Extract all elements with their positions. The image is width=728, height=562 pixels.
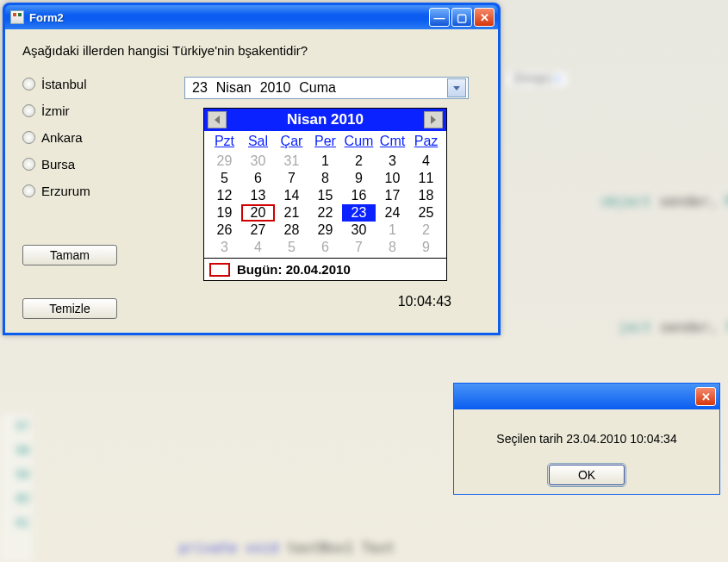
calendar-day[interactable]: 12 bbox=[208, 187, 241, 204]
date-combobox[interactable]: 23 Nisan 2010 Cuma bbox=[184, 77, 469, 99]
calendar-day[interactable]: 6 bbox=[241, 170, 275, 187]
close-button[interactable]: ✕ bbox=[474, 8, 495, 27]
calendar-day[interactable]: 3 bbox=[208, 239, 241, 256]
calendar-day[interactable]: 1 bbox=[308, 153, 342, 170]
calendar-day[interactable]: 8 bbox=[308, 170, 342, 187]
calendar-day[interactable]: 7 bbox=[275, 170, 308, 187]
radio-izmir[interactable]: İzmir bbox=[22, 103, 160, 118]
calendar-dow-header: Cmt bbox=[376, 132, 409, 153]
calendar-day[interactable]: 11 bbox=[409, 170, 443, 187]
calendar-day[interactable]: 30 bbox=[241, 153, 275, 170]
calendar-day[interactable]: 3 bbox=[376, 153, 409, 170]
calendar-day[interactable]: 19 bbox=[208, 204, 241, 222]
calendar-day[interactable]: 13 bbox=[241, 187, 275, 204]
calendar-day[interactable]: 2 bbox=[409, 222, 443, 239]
question-label: Aşağıdaki illerden hangisi Türkiye'nin b… bbox=[22, 43, 482, 58]
calendar-day[interactable]: 26 bbox=[208, 222, 241, 239]
chevron-left-icon bbox=[215, 116, 220, 124]
calendar-day[interactable]: 7 bbox=[342, 239, 376, 256]
app-icon bbox=[10, 10, 24, 24]
form2-window: Form2 — ▢ ✕ Aşağıdaki illerden hangisi T… bbox=[3, 3, 501, 335]
timestamp-label: 10:04:43 bbox=[398, 294, 451, 309]
calendar-day[interactable]: 4 bbox=[241, 239, 275, 256]
calendar-day[interactable]: 22 bbox=[308, 204, 342, 222]
calendar-day[interactable]: 9 bbox=[342, 170, 376, 187]
msgbox-close-button[interactable]: ✕ bbox=[695, 387, 716, 406]
today-indicator-icon bbox=[209, 263, 230, 277]
calendar-day[interactable]: 23 bbox=[342, 204, 376, 222]
calendar-day[interactable]: 17 bbox=[376, 187, 409, 204]
chevron-down-icon bbox=[453, 86, 460, 91]
calendar-day[interactable]: 10 bbox=[376, 170, 409, 187]
prev-month-button[interactable] bbox=[208, 111, 227, 128]
maximize-button[interactable]: ▢ bbox=[451, 8, 472, 27]
calendar-dow-header: Çar bbox=[275, 132, 308, 153]
calendar-day[interactable]: 21 bbox=[275, 204, 308, 222]
calendar-day[interactable]: 8 bbox=[376, 239, 409, 256]
radio-icon bbox=[22, 131, 35, 144]
message-box: ✕ Seçilen tarih 23.04.2010 10:04:34 OK bbox=[453, 383, 720, 495]
client-area: Aşağıdaki illerden hangisi Türkiye'nin b… bbox=[5, 29, 498, 333]
radio-erzurum[interactable]: Erzurum bbox=[22, 184, 160, 198]
calendar-dow-header: Per bbox=[308, 132, 342, 153]
radio-icon bbox=[22, 104, 35, 117]
chevron-right-icon bbox=[431, 116, 436, 124]
radio-bursa[interactable]: Bursa bbox=[22, 157, 160, 172]
calendar-day[interactable]: 9 bbox=[409, 239, 443, 256]
calendar-day[interactable]: 1 bbox=[376, 222, 409, 239]
calendar-day[interactable]: 20 bbox=[241, 204, 275, 222]
radio-ankara[interactable]: Ankara bbox=[22, 130, 160, 145]
msgbox-ok-button[interactable]: OK bbox=[549, 465, 625, 485]
calendar-day[interactable]: 30 bbox=[342, 222, 376, 239]
calendar-dow-header: Cum bbox=[342, 132, 376, 153]
month-calendar: Nisan 2010 PztSalÇarPerCumCmtPaz29303112… bbox=[203, 108, 447, 281]
calendar-day[interactable]: 25 bbox=[409, 204, 443, 222]
window-title: Form2 bbox=[29, 11, 429, 24]
tamam-button[interactable]: Tamam bbox=[22, 245, 117, 265]
calendar-day[interactable]: 29 bbox=[308, 222, 342, 239]
calendar-day[interactable]: 27 bbox=[241, 222, 275, 239]
msgbox-text: Seçilen tarih 23.04.2010 10:04:34 bbox=[478, 432, 695, 446]
temizle-button[interactable]: Temizle bbox=[22, 298, 117, 319]
calendar-day[interactable]: 5 bbox=[275, 239, 308, 256]
minimize-button[interactable]: — bbox=[429, 8, 450, 27]
calendar-day[interactable]: 31 bbox=[275, 153, 308, 170]
radio-istanbul[interactable]: İstanbul bbox=[22, 77, 160, 91]
bg-tab: [Design]● bbox=[506, 71, 569, 88]
next-month-button[interactable] bbox=[424, 111, 443, 128]
radio-group: İstanbul İzmir Ankara Bursa Erzurum bbox=[22, 77, 160, 265]
calendar-day[interactable]: 15 bbox=[308, 187, 342, 204]
calendar-title: Nisan 2010 bbox=[287, 111, 364, 128]
calendar-day[interactable]: 5 bbox=[208, 170, 241, 187]
titlebar[interactable]: Form2 — ▢ ✕ bbox=[5, 5, 498, 29]
radio-icon bbox=[22, 158, 35, 171]
calendar-day[interactable]: 14 bbox=[275, 187, 308, 204]
calendar-dow-header: Pzt bbox=[208, 132, 241, 153]
calendar-day[interactable]: 4 bbox=[409, 153, 443, 170]
calendar-day[interactable]: 29 bbox=[208, 153, 241, 170]
calendar-day[interactable]: 6 bbox=[308, 239, 342, 256]
dropdown-button[interactable] bbox=[447, 78, 466, 97]
radio-icon bbox=[22, 184, 35, 197]
bg-gutter: 57 58 59 60 61 bbox=[0, 414, 33, 562]
calendar-day[interactable]: 28 bbox=[275, 222, 308, 239]
calendar-dow-header: Sal bbox=[241, 132, 275, 153]
calendar-dow-header: Paz bbox=[409, 132, 443, 153]
calendar-day[interactable]: 2 bbox=[342, 153, 376, 170]
radio-icon bbox=[22, 78, 35, 91]
calendar-today-link[interactable]: Bugün: 20.04.2010 bbox=[204, 258, 446, 280]
calendar-day[interactable]: 16 bbox=[342, 187, 376, 204]
calendar-day[interactable]: 18 bbox=[409, 187, 443, 204]
calendar-day[interactable]: 24 bbox=[376, 204, 409, 222]
